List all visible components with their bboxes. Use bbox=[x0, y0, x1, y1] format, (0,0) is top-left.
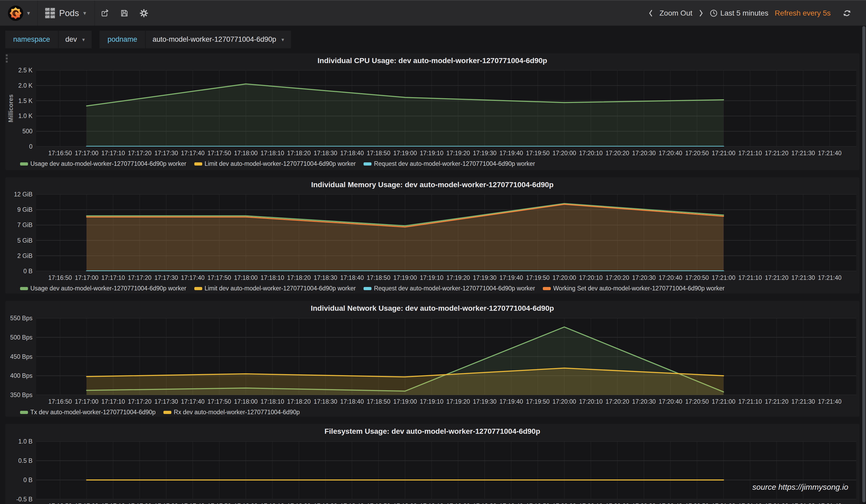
refresh-icon[interactable] bbox=[843, 9, 851, 18]
legend-item[interactable]: Limit dev auto-model-worker-1270771004-6… bbox=[194, 160, 356, 167]
legend-swatch-icon bbox=[364, 163, 371, 166]
x-tick-label: 17:17:20 bbox=[125, 274, 154, 281]
x-tick-label: 17:18:20 bbox=[284, 274, 313, 281]
x-tick-label: 17:20:10 bbox=[576, 150, 606, 157]
x-tick-label: 17:18:40 bbox=[337, 398, 366, 405]
share-icon[interactable] bbox=[101, 9, 109, 18]
x-tick-label: 17:17:00 bbox=[72, 398, 101, 405]
y-tick-label: 1.0 K bbox=[7, 112, 32, 120]
legend-swatch-icon bbox=[20, 163, 28, 166]
legend-item[interactable]: Usage dev auto-model-worker-1270771004-6… bbox=[20, 160, 186, 167]
x-tick-label: 17:17:10 bbox=[99, 398, 128, 405]
plot-area[interactable] bbox=[36, 441, 856, 499]
variable-namespace-dropdown[interactable]: dev ▾ bbox=[59, 31, 92, 48]
x-tick-label: 17:20:20 bbox=[603, 502, 632, 504]
panel-network-usage: Individual Network Usage: dev auto-model… bbox=[5, 301, 859, 417]
time-back-chevron-icon[interactable] bbox=[648, 9, 653, 17]
plot-area[interactable] bbox=[36, 318, 856, 395]
legend: Usage dev auto-model-worker-1270771004-6… bbox=[20, 160, 535, 167]
variable-podname-value: auto-model-worker-1270771004-6d90p bbox=[153, 35, 276, 44]
legend-item[interactable]: Limit dev auto-model-worker-1270771004-6… bbox=[194, 285, 356, 292]
zoom-out-button[interactable]: Zoom Out bbox=[659, 9, 692, 18]
x-tick-label: 17:18:40 bbox=[337, 274, 366, 281]
plot-area[interactable] bbox=[36, 70, 856, 146]
x-tick-label: 17:18:50 bbox=[364, 398, 393, 405]
x-tick-label: 17:16:50 bbox=[45, 150, 75, 157]
variable-podname-dropdown[interactable]: auto-model-worker-1270771004-6d90p ▾ bbox=[146, 31, 291, 48]
x-tick-label: 17:21:10 bbox=[735, 150, 765, 157]
x-tick-label: 17:21:10 bbox=[735, 502, 765, 504]
legend-swatch-icon bbox=[194, 287, 202, 290]
x-tick-label: 17:16:50 bbox=[45, 274, 75, 281]
cpu-chart: Millicores05001.0 K1.5 K2.0 K2.5 K17:16:… bbox=[5, 53, 859, 170]
legend: Usage dev auto-model-worker-1270771004-6… bbox=[20, 285, 724, 292]
x-tick-label: 17:20:40 bbox=[656, 502, 685, 504]
x-tick-label: 17:20:40 bbox=[656, 274, 685, 281]
x-tick-label: 17:17:20 bbox=[125, 502, 154, 504]
variable-namespace-label: namespace bbox=[5, 31, 58, 48]
legend-item[interactable]: Usage dev auto-model-worker-1270771004-6… bbox=[20, 285, 186, 292]
panel-title[interactable]: Individual Memory Usage: dev auto-model-… bbox=[5, 181, 859, 189]
x-tick-label: 17:19:40 bbox=[497, 274, 526, 281]
x-tick-label: 17:21:00 bbox=[709, 150, 738, 157]
legend-swatch-icon bbox=[194, 163, 202, 166]
x-tick-label: 17:19:00 bbox=[390, 274, 420, 281]
variable-namespace: namespace dev ▾ bbox=[5, 31, 92, 48]
x-tick-label: 17:19:20 bbox=[444, 150, 473, 157]
x-tick-label: 17:17:40 bbox=[178, 398, 207, 405]
x-tick-label: 17:17:40 bbox=[178, 150, 207, 157]
legend-swatch-icon bbox=[364, 287, 371, 290]
legend-item[interactable]: Rx dev auto-model-worker-1270771004-6d90… bbox=[164, 409, 300, 416]
legend-label: Rx dev auto-model-worker-1270771004-6d90… bbox=[174, 409, 300, 416]
dashboard-picker[interactable]: Pods ▾ bbox=[38, 1, 95, 26]
time-range-picker[interactable]: Last 5 minutes bbox=[710, 9, 768, 18]
y-tick-label: 350 Bps bbox=[7, 392, 32, 399]
refresh-interval-button[interactable]: Refresh every 5s bbox=[775, 9, 831, 18]
legend-item[interactable]: Request dev auto-model-worker-1270771004… bbox=[364, 160, 535, 167]
legend-item[interactable]: Request dev auto-model-worker-1270771004… bbox=[364, 285, 535, 292]
x-tick-label: 17:18:20 bbox=[284, 502, 313, 504]
x-tick-label: 17:17:50 bbox=[205, 502, 234, 504]
x-tick-label: 17:21:00 bbox=[709, 274, 738, 281]
x-tick-label: 17:21:40 bbox=[815, 398, 844, 405]
x-tick-label: 17:18:30 bbox=[311, 150, 340, 157]
panel-title[interactable]: Individual CPU Usage: dev auto-model-wor… bbox=[5, 56, 859, 65]
x-tick-label: 17:18:40 bbox=[337, 502, 366, 504]
source-note: source https://jimmysong.io bbox=[753, 483, 848, 492]
y-tick-label: 0 B bbox=[7, 477, 32, 484]
x-tick-label: 17:18:30 bbox=[311, 274, 340, 281]
legend-item[interactable]: Tx dev auto-model-worker-1270771004-6d90… bbox=[20, 409, 156, 416]
scrollbar-thumb[interactable] bbox=[862, 26, 865, 502]
dashboard-grid-icon bbox=[45, 8, 55, 18]
x-tick-label: 17:18:20 bbox=[284, 150, 313, 157]
x-tick-label: 17:21:20 bbox=[762, 502, 791, 504]
x-tick-label: 17:19:30 bbox=[470, 398, 499, 405]
legend-swatch-icon bbox=[20, 411, 28, 414]
x-tick-label: 17:18:20 bbox=[284, 398, 313, 405]
plot-area[interactable] bbox=[36, 194, 856, 271]
y-tick-label: 2.5 K bbox=[7, 67, 32, 74]
x-tick-label: 17:19:00 bbox=[390, 502, 420, 504]
panel-filesystem-usage: Filesystem Usage: dev auto-model-worker-… bbox=[5, 424, 859, 504]
x-tick-label: 17:21:40 bbox=[815, 274, 844, 281]
save-icon[interactable] bbox=[120, 9, 129, 18]
x-tick-label: 17:20:50 bbox=[682, 274, 712, 281]
y-tick-label: -0.5 B bbox=[7, 496, 32, 503]
panel-title[interactable]: Filesystem Usage: dev auto-model-worker-… bbox=[5, 427, 859, 436]
legend-item[interactable]: Working Set dev auto-model-worker-127077… bbox=[543, 285, 724, 292]
x-tick-label: 17:18:50 bbox=[364, 502, 393, 504]
x-tick-label: 17:17:10 bbox=[99, 150, 128, 157]
x-tick-label: 17:17:30 bbox=[152, 150, 181, 157]
panel-cpu-usage: Individual CPU Usage: dev auto-model-wor… bbox=[5, 53, 859, 170]
row-drag-handle[interactable] bbox=[6, 54, 8, 63]
time-forward-chevron-icon[interactable] bbox=[699, 9, 703, 17]
grafana-logo-button[interactable]: ▾ bbox=[0, 1, 38, 26]
panel-title[interactable]: Individual Network Usage: dev auto-model… bbox=[5, 304, 859, 313]
settings-gear-icon[interactable] bbox=[140, 9, 148, 18]
x-tick-label: 17:20:50 bbox=[682, 502, 712, 504]
filesystem-chart: -0.5 B0 B0.5 B1.0 B17:16:5017:17:0017:17… bbox=[5, 424, 859, 504]
y-tick-label: 7 GiB bbox=[7, 222, 32, 228]
x-tick-label: 17:19:30 bbox=[470, 150, 499, 157]
x-tick-label: 17:18:10 bbox=[258, 274, 287, 281]
x-tick-label: 17:17:30 bbox=[152, 398, 181, 405]
